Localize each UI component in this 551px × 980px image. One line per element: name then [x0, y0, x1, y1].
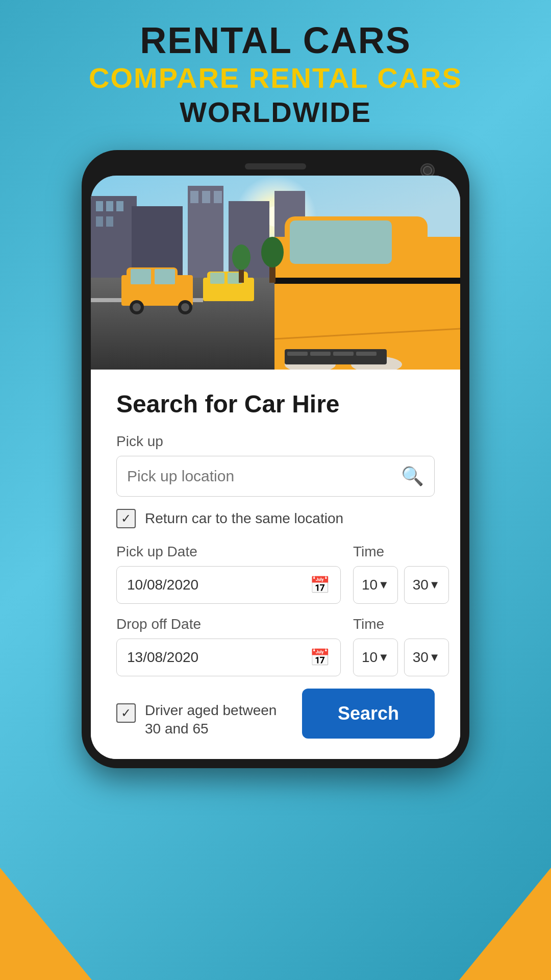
svg-point-45: [261, 237, 284, 267]
dropoff-date-label: Drop off Date: [116, 616, 341, 632]
dropoff-date-section: Drop off Date 📅: [116, 616, 341, 676]
return-same-checkbox[interactable]: ✓: [116, 509, 136, 528]
svg-point-47: [232, 244, 251, 270]
return-same-location-row[interactable]: ✓ Return car to the same location: [116, 509, 435, 528]
dropoff-date-time-row: Drop off Date 📅 Time 10: [116, 616, 435, 676]
search-button[interactable]: Search: [302, 689, 435, 739]
bottom-row: ✓ Driver aged between30 and 65 Search: [116, 689, 435, 739]
hero-svg: [91, 176, 460, 370]
pickup-minute-select[interactable]: 30: [413, 577, 429, 593]
dropoff-time-label: Time: [353, 616, 449, 632]
pickup-location-wrapper[interactable]: 🔍: [116, 456, 435, 497]
phone-speaker: [245, 163, 306, 169]
svg-rect-40: [310, 352, 331, 356]
svg-rect-6: [116, 201, 123, 211]
driver-age-checkmark-icon: ✓: [121, 706, 131, 720]
pickup-date-wrapper[interactable]: 📅: [116, 566, 341, 604]
pickup-location-input[interactable]: [127, 468, 401, 485]
phone-container: Search for Car Hire Pick up 🔍 ✓ Return c…: [0, 150, 551, 768]
phone-mockup: Search for Car Hire Pick up 🔍 ✓ Return c…: [82, 150, 469, 768]
header: RENTAL CARS COMPARE RENTAL CARS WORLDWID…: [0, 0, 551, 140]
svg-rect-13: [214, 191, 222, 203]
form-area: Search for Car Hire Pick up 🔍 ✓ Return c…: [91, 370, 460, 759]
dropoff-date-wrapper[interactable]: 📅: [116, 639, 341, 676]
dropoff-calendar-icon: 📅: [310, 648, 330, 667]
pickup-date-section: Pick up Date 📅: [116, 544, 341, 604]
svg-rect-39: [287, 352, 308, 356]
bg-triangle-right: [459, 868, 551, 980]
svg-rect-11: [190, 191, 198, 203]
minute-dropdown-icon: ▼: [429, 578, 440, 592]
driver-age-label: Driver aged between30 and 65: [145, 701, 277, 739]
driver-age-checkbox[interactable]: ✓: [116, 703, 136, 723]
svg-point-25: [133, 303, 141, 311]
dropoff-hour-dropdown-icon: ▼: [378, 651, 389, 664]
svg-rect-17: [91, 298, 121, 302]
dropoff-time-row: 10 ▼ 30 ▼: [353, 639, 449, 676]
subtitle-dark: WORLDWIDE: [180, 96, 371, 128]
svg-rect-42: [356, 352, 377, 356]
svg-point-27: [181, 303, 189, 311]
svg-rect-30: [210, 273, 224, 284]
dropoff-hour-wrapper[interactable]: 10 ▼: [353, 639, 398, 676]
svg-rect-41: [333, 352, 354, 356]
calendar-icon: 📅: [310, 575, 330, 595]
search-icon: 🔍: [401, 465, 424, 487]
form-title: Search for Car Hire: [116, 390, 435, 418]
pickup-date-label: Pick up Date: [116, 544, 341, 560]
svg-rect-38: [285, 349, 387, 364]
hour-dropdown-icon: ▼: [378, 578, 389, 592]
phone-screen: Search for Car Hire Pick up 🔍 ✓ Return c…: [91, 176, 460, 759]
pickup-label: Pick up: [116, 433, 435, 450]
dropoff-minute-dropdown-icon: ▼: [429, 651, 440, 664]
pickup-time-row: 10 ▼ 30 ▼: [353, 566, 449, 604]
pickup-date-input[interactable]: [127, 577, 310, 593]
dropoff-date-input[interactable]: [127, 649, 310, 666]
dropoff-hour-select[interactable]: 10: [362, 649, 378, 665]
checkmark-icon: ✓: [121, 511, 131, 526]
dropoff-minute-select[interactable]: 30: [413, 649, 429, 665]
svg-rect-22: [131, 269, 151, 284]
pickup-date-time-row: Pick up Date 📅 Time 10: [116, 544, 435, 604]
subtitle-yellow: COMPARE RENTAL CARS: [89, 62, 462, 94]
svg-rect-8: [106, 216, 113, 227]
svg-rect-12: [202, 191, 210, 203]
app-subtitle: COMPARE RENTAL CARS WORLDWIDE: [31, 61, 520, 129]
pickup-hour-select[interactable]: 10: [362, 577, 378, 593]
return-same-label: Return car to the same location: [145, 510, 343, 527]
pickup-minute-wrapper[interactable]: 30 ▼: [404, 566, 449, 604]
dropoff-time-section: Time 10 ▼ 30: [353, 616, 449, 676]
hero-image: [91, 176, 460, 370]
bg-triangle-left: [0, 868, 92, 980]
dropoff-minute-wrapper[interactable]: 30 ▼: [404, 639, 449, 676]
pickup-time-section: Time 10 ▼ 30: [353, 544, 449, 604]
svg-rect-4: [96, 201, 103, 211]
driver-age-row[interactable]: ✓ Driver aged between30 and 65: [116, 701, 302, 739]
svg-rect-34: [290, 220, 392, 264]
svg-rect-5: [106, 201, 113, 211]
pickup-hour-wrapper[interactable]: 10 ▼: [353, 566, 398, 604]
app-title: RENTAL CARS: [31, 20, 520, 61]
svg-rect-7: [96, 216, 103, 227]
svg-rect-23: [155, 269, 175, 284]
phone-top-bar: [91, 159, 460, 176]
svg-rect-35: [274, 278, 460, 284]
pickup-time-label: Time: [353, 544, 449, 560]
